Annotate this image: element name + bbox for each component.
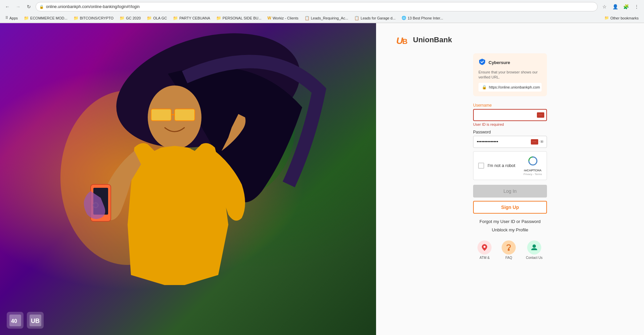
recaptcha-brand: reCAPTCHA xyxy=(524,169,542,172)
bookmark-party[interactable]: 📁 PARTY CEBUANA xyxy=(170,15,213,21)
cybersure-description: Ensure that your browser shows our verif… xyxy=(478,70,542,80)
bookmark-leads2[interactable]: 📋 Leads for Garage d... xyxy=(352,15,398,21)
login-panel: U B UnionBank Cybersure Ensure that your… xyxy=(376,23,644,335)
svg-text:B: B xyxy=(402,37,408,46)
password-dots-button[interactable] xyxy=(531,139,538,145)
svg-point-18 xyxy=(484,246,486,248)
hero-logo-icon-1: 40 xyxy=(7,312,24,329)
back-button[interactable]: ← xyxy=(3,2,12,11)
svg-text:40: 40 xyxy=(11,318,17,324)
bookmark-folder-icon: 📁 xyxy=(604,16,609,20)
folder-icon: 📁 xyxy=(24,16,29,20)
bookmark-apps[interactable]: ⠿ Apps xyxy=(3,15,20,21)
svg-text:UB: UB xyxy=(31,318,40,324)
bookmark-star-button[interactable]: ☆ xyxy=(600,2,609,11)
more-button[interactable]: ⋮ xyxy=(632,2,641,11)
username-field-wrapper xyxy=(473,109,547,121)
hero-illustration xyxy=(0,23,376,335)
faq-icon xyxy=(502,240,516,255)
password-field-wrapper: 👁 xyxy=(473,136,547,148)
unblock-profile-link[interactable]: Unblock my Profile xyxy=(473,227,547,232)
recaptcha-box: I'm not a robot reCAPTCHA Privacy - Ter xyxy=(473,151,547,180)
cybersure-title: Cybersure xyxy=(489,60,510,65)
cybersure-url-text: https://online.unionbankph.com xyxy=(489,85,540,89)
username-icons xyxy=(537,112,544,118)
ssl-lock-icon: 🔒 xyxy=(39,5,44,9)
password-toggle-icon[interactable]: 👁 xyxy=(540,139,544,145)
contact-icon-item[interactable]: Contact Us xyxy=(526,240,542,260)
faq-icon-item[interactable]: FAQ xyxy=(502,240,516,260)
bookmarks-bar: ⠿ Apps 📁 ECOMMERCE MOD... 📁 BITCOINS/CRY… xyxy=(0,13,644,23)
bottom-service-icons: ATM & FAQ xyxy=(473,240,547,260)
other-bookmarks[interactable]: 📁 Other bookmarks xyxy=(602,15,641,21)
bookmark-phones[interactable]: 🌐 13 Best Phone Inter... xyxy=(399,15,446,21)
password-label: Password xyxy=(473,130,547,134)
extensions-button[interactable]: 🧩 xyxy=(621,2,631,11)
username-dots-button[interactable] xyxy=(537,112,544,118)
folder-icon: 📁 xyxy=(147,16,152,20)
login-form: Username User ID is required Password 👁 xyxy=(473,103,547,260)
captcha-right: reCAPTCHA Privacy - Terms xyxy=(523,156,542,176)
login-button[interactable]: Log In xyxy=(473,185,547,198)
hero-logo-ub: UB xyxy=(27,312,44,329)
svg-rect-4 xyxy=(151,109,171,121)
svg-rect-5 xyxy=(175,109,195,121)
page-content: 40 UB U B UnionBank xyxy=(0,23,644,335)
atm-label: ATM & xyxy=(479,256,490,260)
atm-icon-item[interactable]: ATM & xyxy=(477,240,492,260)
nav-buttons: ← → ↻ xyxy=(3,2,34,11)
recaptcha-links[interactable]: Privacy - Terms xyxy=(523,173,542,176)
workiz-icon: W xyxy=(268,16,271,20)
bank-name: UnionBank xyxy=(413,36,452,44)
apps-icon: ⠿ xyxy=(5,16,8,20)
url-lock-icon: 🔒 xyxy=(482,85,487,90)
bookmark-gc2020[interactable]: 📁 GC 2020 xyxy=(117,15,143,21)
username-error: User ID is required xyxy=(473,122,547,126)
captcha-label: I'm not a robot xyxy=(488,163,515,168)
folder-icon: 📋 xyxy=(305,16,310,20)
bookmark-ecommerce[interactable]: 📁 ECOMMERCE MOD... xyxy=(21,15,70,21)
forgot-userid-password-link[interactable]: Forgot my User ID or Password xyxy=(473,219,547,224)
cybersure-header: Cybersure xyxy=(478,58,542,67)
cybersure-box: Cybersure Ensure that your browser shows… xyxy=(473,53,547,96)
signup-button[interactable]: Sign Up xyxy=(473,201,547,214)
password-icons: 👁 xyxy=(531,139,544,145)
folder-icon: 📁 xyxy=(216,16,221,20)
ub-logo-svg: U B xyxy=(396,33,410,47)
recaptcha-checkbox[interactable] xyxy=(478,163,484,169)
address-bar[interactable]: 🔒 online.unionbankph.com/online-banking/… xyxy=(36,2,598,11)
toolbar-icons: ☆ 👤 🧩 ⋮ xyxy=(600,2,641,11)
captcha-left: I'm not a robot xyxy=(478,163,515,169)
svg-point-20 xyxy=(533,244,536,248)
bookmark-personal[interactable]: 📁 PERSONAL SIDE BU... xyxy=(214,15,264,21)
recaptcha-icon xyxy=(527,156,538,168)
url-text: online.unionbankph.com/online-banking/lo… xyxy=(46,4,140,9)
folder-icon: 📋 xyxy=(354,16,359,20)
username-label: Username xyxy=(473,103,547,108)
folder-icon: 📁 xyxy=(173,16,178,20)
bookmark-workiz[interactable]: W Workiz - Clients xyxy=(265,15,301,21)
page-icon: 🌐 xyxy=(402,16,406,20)
reload-button[interactable]: ↻ xyxy=(24,2,34,11)
profile-button[interactable]: 👤 xyxy=(610,2,620,11)
bookmark-bitcoin[interactable]: 📁 BITCOINS/CRYPTO xyxy=(71,15,116,21)
bookmark-leads1[interactable]: 📋 Leads_Requiring_Ac... xyxy=(302,15,351,21)
contact-icon xyxy=(527,240,541,255)
cybersure-url-box: 🔒 https://online.unionbankph.com xyxy=(478,83,542,92)
bookmark-ola[interactable]: 📁 OLA GC xyxy=(144,15,170,21)
hero-bottom-logos: 40 UB xyxy=(7,312,44,329)
forward-button[interactable]: → xyxy=(13,2,23,11)
atm-icon xyxy=(477,240,492,255)
hero-image: 40 UB xyxy=(0,23,376,335)
username-input[interactable] xyxy=(473,109,547,121)
unionbank-logo: U B UnionBank xyxy=(396,33,452,47)
cybersure-shield-icon xyxy=(478,58,486,67)
folder-icon: 📁 xyxy=(120,16,125,20)
faq-label: FAQ xyxy=(505,256,512,260)
folder-icon: 📁 xyxy=(74,16,79,20)
browser-chrome: ← → ↻ 🔒 online.unionbankph.com/online-ba… xyxy=(0,0,644,23)
contact-label: Contact Us xyxy=(526,256,542,260)
